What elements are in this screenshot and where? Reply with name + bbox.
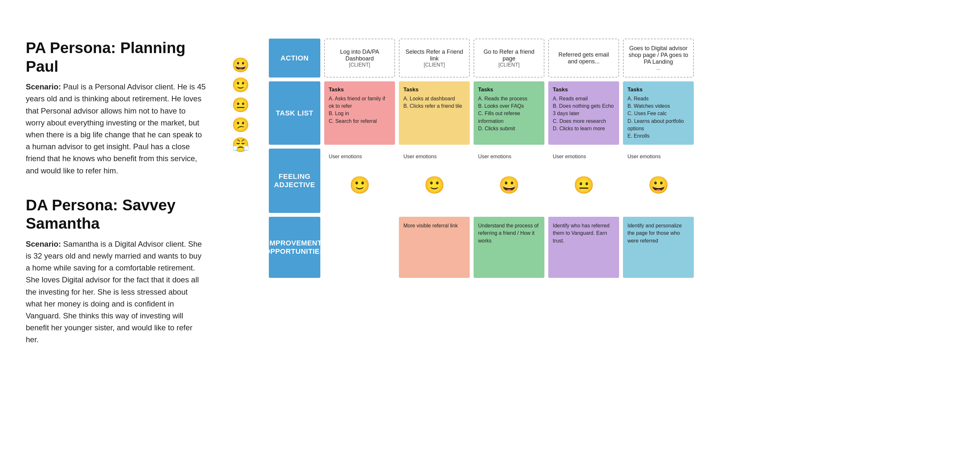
improvement-empty-1 [324,217,395,278]
feeling-label: FEELING ADJECTIVE [269,149,320,213]
action-step-5-label: Goes to Digital advisor shop page / PA g… [629,45,688,65]
pa-persona-body: Scenario: Paul is a Personal Advisor cli… [26,81,206,176]
task-card-3-text: A. Reads the processB. Looks over FAQsC.… [478,95,540,132]
task-row: TASK LIST Tasks A. Asks friend or family… [269,81,954,149]
emoji-neutral: 😐 [232,98,250,112]
feel-card-5-title: User emotions [627,154,661,160]
page-container: PA Persona: Planning Paul Scenario: Paul… [0,0,980,391]
pa-scenario-text: Paul is a Personal Advisor client. He is… [26,83,206,175]
action-step-3-tag: [CLIENT] [479,62,539,68]
feel-card-4: User emotions 😐 [548,149,619,213]
pa-scenario-label: Scenario: [26,83,61,91]
feeling-row: FEELING ADJECTIVE User emotions 🙂 User e… [269,149,954,217]
emoji-frown: 😕 [232,118,250,132]
improvement-cells: More visible referral link Understand th… [324,217,954,282]
improvement-label-text: IMPROVEMENT OPPORTUNITIES [265,239,325,256]
action-step-5: Goes to Digital advisor shop page / PA g… [623,39,694,78]
task-card-4-text: A. Reads emailB. Does nothing gets Echo … [553,95,615,132]
task-card-2: Tasks A. Looks at dashboardB. Clicks ref… [399,81,470,145]
improvement-card-4-text: Identify who has referred them to Vangua… [553,222,615,244]
improvement-row: IMPROVEMENT OPPORTUNITIES More visible r… [269,217,954,282]
task-label: TASK LIST [269,81,320,145]
emoji-scale: 😀 🙂 😐 😕 😤 [225,58,250,152]
task-card-1-text: A. Asks friend or family if ok to referB… [329,95,391,125]
feeling-label-text: FEELING ADJECTIVE [272,172,317,189]
feel-card-2: User emotions 🙂 [399,149,470,213]
task-card-2-text: A. Looks at dashboardB. Clicks refer a f… [403,95,465,109]
action-step-2: Selects Refer a Friend link [CLIENT] [399,39,470,78]
action-step-4: Referred gets email and opens... [548,39,619,78]
action-step-3-label: Go to Refer a friend page [484,49,535,62]
task-card-5-text: A. ReadsB. Watches videosC. Uses Fee cal… [627,95,689,140]
feel-card-1-title: User emotions [329,154,362,160]
task-card-4: Tasks A. Reads emailB. Does nothing gets… [548,81,619,145]
task-card-3-title: Tasks [478,87,540,93]
feel-card-3: User emotions 😀 [474,149,544,213]
da-persona-title: DA Persona: Savvey Samantha [26,196,206,233]
action-step-1: Log into DA/PA Dashboard [CLIENT] [324,39,395,78]
task-card-5: Tasks A. ReadsB. Watches videosC. Uses F… [623,81,694,145]
da-scenario-text: Samantha is a Digital Advisor client. Sh… [26,240,202,344]
feel-card-1-emoji: 🙂 [329,162,391,208]
task-card-3: Tasks A. Reads the processB. Looks over … [474,81,544,145]
improvement-card-2-text: More visible referral link [403,222,465,229]
improvement-card-4: Identify who has referred them to Vangua… [548,217,619,278]
task-cells: Tasks A. Asks friend or family if ok to … [324,81,954,149]
feel-card-3-title: User emotions [478,154,511,160]
da-scenario-label: Scenario: [26,240,61,248]
feel-card-4-emoji: 😐 [553,162,615,208]
action-step-3: Go to Refer a friend page [CLIENT] [474,39,544,78]
feel-card-2-title: User emotions [403,154,437,160]
task-card-1-title: Tasks [329,87,391,93]
action-step-2-label: Selects Refer a Friend link [405,49,463,62]
action-label: ACTION [269,39,320,78]
improvement-card-2: More visible referral link [399,217,470,278]
emoji-angry: 😤 [232,138,250,152]
feel-card-5-emoji: 😀 [627,162,689,208]
action-step-1-tag: [CLIENT] [329,62,390,68]
emoji-happy: 😀 [232,58,250,72]
action-step-4-label: Referred gets email and opens... [558,51,609,65]
feel-card-2-emoji: 🙂 [403,162,465,208]
task-card-2-title: Tasks [403,87,465,93]
emoji-smile: 🙂 [232,78,250,92]
improvement-card-5: Identify and personalize the page for th… [623,217,694,278]
action-step-2-tag: [CLIENT] [404,62,465,68]
feel-card-1: User emotions 🙂 [324,149,395,213]
action-step-5-tag: ... [628,65,689,71]
persona-pa: PA Persona: Planning Paul Scenario: Paul… [26,39,206,176]
action-row: ACTION Log into DA/PA Dashboard [CLIENT]… [269,39,954,81]
pa-persona-title: PA Persona: Planning Paul [26,39,206,76]
improvement-card-5-text: Identify and personalize the page for th… [627,222,689,244]
improvement-card-3: Understand the process of referring a fr… [474,217,544,278]
improvement-card-3-text: Understand the process of referring a fr… [478,222,540,244]
action-step-1-label: Log into DA/PA Dashboard [340,49,379,62]
feeling-cells: User emotions 🙂 User emotions 🙂 User emo… [324,149,954,217]
feel-card-3-emoji: 😀 [478,162,540,208]
da-persona-body: Scenario: Samantha is a Digital Advisor … [26,238,206,346]
journey-map: ACTION Log into DA/PA Dashboard [CLIENT]… [269,39,954,282]
left-panel: PA Persona: Planning Paul Scenario: Paul… [26,39,206,365]
feel-card-4-title: User emotions [553,154,586,160]
task-card-4-title: Tasks [553,87,615,93]
task-card-1: Tasks A. Asks friend or family if ok to … [324,81,395,145]
improvement-label: IMPROVEMENT OPPORTUNITIES [269,217,320,278]
task-card-5-title: Tasks [627,87,689,93]
persona-da: DA Persona: Savvey Samantha Scenario: Sa… [26,196,206,346]
action-cells: Log into DA/PA Dashboard [CLIENT] Select… [324,39,954,81]
feel-card-5: User emotions 😀 [623,149,694,213]
